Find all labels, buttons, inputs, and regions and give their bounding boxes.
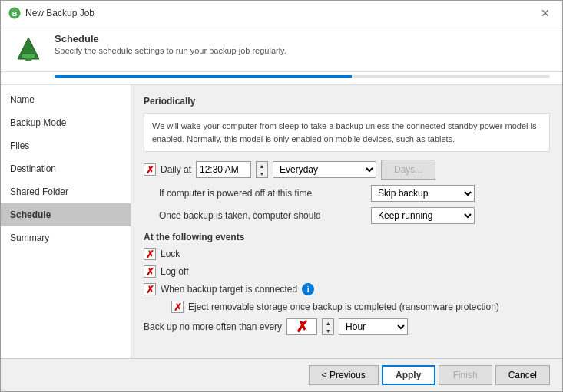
powered-off-row: If computer is powered off at this time … bbox=[144, 185, 550, 202]
periodically-title: Periodically bbox=[144, 96, 550, 107]
app-icon: B bbox=[8, 7, 21, 19]
lock-row: ✗ Lock bbox=[144, 248, 550, 260]
footer: < Previous Apply Finish Cancel bbox=[1, 358, 562, 391]
sidebar-item-name[interactable]: Name bbox=[1, 88, 131, 111]
daily-at-checkbox[interactable]: ✗ bbox=[144, 163, 156, 176]
target-connected-checkbox[interactable]: ✗ bbox=[144, 283, 156, 295]
events-title: At the following events bbox=[144, 232, 550, 242]
progress-bar bbox=[55, 75, 550, 78]
apply-button[interactable]: Apply bbox=[382, 365, 435, 385]
powered-off-label: If computer is powered off at this time bbox=[159, 188, 366, 199]
info-icon: i bbox=[302, 283, 314, 295]
backup-taken-row: Once backup is taken, computer should Ke… bbox=[144, 207, 550, 224]
eject-x: ✗ bbox=[174, 302, 182, 312]
freq-down-btn[interactable]: ▼ bbox=[323, 327, 333, 334]
sidebar-item-schedule[interactable]: Schedule bbox=[1, 203, 131, 226]
backup-taken-label: Once backup is taken, computer should bbox=[159, 210, 366, 221]
header-title: Schedule bbox=[55, 33, 286, 44]
sidebar-item-files[interactable]: Files bbox=[1, 134, 131, 157]
close-button[interactable]: ✕ bbox=[536, 5, 555, 21]
time-input[interactable] bbox=[196, 161, 251, 178]
svg-text:B: B bbox=[12, 10, 18, 18]
header-texts: Schedule Specify the schedule settings t… bbox=[55, 33, 286, 55]
info-text: We will wake your computer from sleep to… bbox=[152, 121, 537, 143]
time-down-btn[interactable]: ▼ bbox=[257, 170, 267, 177]
freq-up-btn[interactable]: ▲ bbox=[323, 319, 333, 327]
main-window: B New Backup Job ✕ Schedule Specify the … bbox=[0, 0, 563, 392]
title-bar-left: B New Backup Job bbox=[8, 7, 94, 19]
daily-at-row: ✗ Daily at ▲ ▼ Everyday Weekdays Weekend… bbox=[144, 160, 550, 180]
header-subtitle: Specify the schedule settings to run you… bbox=[55, 46, 286, 55]
main-content: Name Backup Mode Files Destination Share… bbox=[1, 85, 562, 358]
content-area: Periodically We will wake your computer … bbox=[131, 85, 562, 358]
lock-x: ✗ bbox=[146, 249, 154, 259]
time-spinner[interactable]: ▲ ▼ bbox=[256, 161, 268, 178]
sidebar: Name Backup Mode Files Destination Share… bbox=[1, 85, 131, 358]
finish-button[interactable]: Finish bbox=[439, 365, 492, 385]
frequency-number-input[interactable] bbox=[286, 318, 317, 335]
eject-label: Eject removable storage once backup is c… bbox=[188, 301, 499, 312]
svg-rect-3 bbox=[25, 58, 31, 61]
cancel-button[interactable]: Cancel bbox=[495, 365, 550, 385]
eject-row: ✗ Eject removable storage once backup is… bbox=[144, 301, 550, 313]
daily-at-x: ✗ bbox=[146, 165, 154, 175]
svg-rect-4 bbox=[22, 54, 35, 58]
sidebar-item-backup-mode[interactable]: Backup Mode bbox=[1, 111, 131, 134]
window-title: New Backup Job bbox=[25, 8, 94, 18]
title-bar: B New Backup Job ✕ bbox=[1, 1, 562, 25]
number-input-wrapper: ✗ bbox=[286, 318, 317, 335]
logoff-label: Log off bbox=[161, 266, 188, 277]
schedule-icon bbox=[13, 33, 44, 64]
frequency-label: Back up no more often than every bbox=[144, 321, 282, 332]
eject-checkbox[interactable]: ✗ bbox=[171, 301, 184, 313]
progress-bar-container bbox=[1, 72, 562, 85]
previous-button[interactable]: < Previous bbox=[309, 365, 379, 385]
powered-off-select[interactable]: Skip backup Wake and backup Run missed b… bbox=[371, 185, 475, 202]
lock-checkbox[interactable]: ✗ bbox=[144, 248, 156, 260]
frequency-row: Back up no more often than every ✗ ▲ ▼ H… bbox=[144, 318, 550, 335]
frequency-spinner[interactable]: ▲ ▼ bbox=[322, 318, 334, 335]
sidebar-item-shared-folder[interactable]: Shared Folder bbox=[1, 180, 131, 203]
header-section: Schedule Specify the schedule settings t… bbox=[1, 25, 562, 72]
lock-label: Lock bbox=[161, 249, 180, 259]
progress-fill bbox=[55, 75, 352, 78]
daily-at-label: Daily at bbox=[161, 164, 191, 175]
logoff-row: ✗ Log off bbox=[144, 265, 550, 278]
backup-taken-select[interactable]: Keep running Sleep Hibernate Shut down bbox=[371, 207, 475, 224]
sidebar-item-summary[interactable]: Summary bbox=[1, 226, 131, 249]
logoff-checkbox[interactable]: ✗ bbox=[144, 265, 156, 278]
target-connected-label: When backup target is connected bbox=[161, 284, 297, 295]
frequency-unit-select[interactable]: Hour Day Week Month bbox=[339, 318, 408, 335]
info-box: We will wake your computer from sleep to… bbox=[144, 113, 550, 152]
target-connected-row: ✗ When backup target is connected i bbox=[144, 283, 550, 295]
sidebar-item-destination[interactable]: Destination bbox=[1, 157, 131, 180]
target-connected-x: ✗ bbox=[146, 285, 154, 295]
logoff-x: ✗ bbox=[146, 267, 154, 277]
frequency-select[interactable]: Everyday Weekdays Weekends Monday Tuesda… bbox=[273, 161, 376, 178]
time-up-btn[interactable]: ▲ bbox=[257, 162, 267, 170]
days-button[interactable]: Days... bbox=[381, 160, 435, 180]
